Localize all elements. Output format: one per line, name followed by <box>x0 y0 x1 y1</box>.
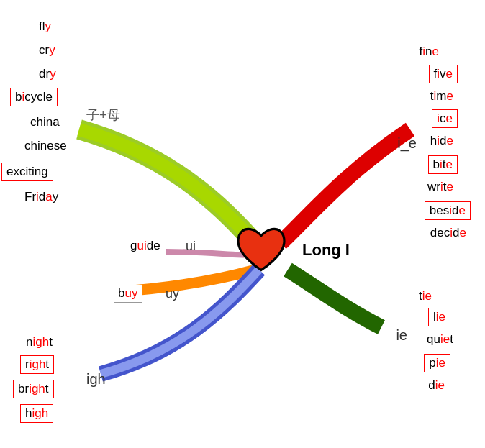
word-five: five <box>429 65 458 83</box>
word-tie: tie <box>414 288 436 305</box>
word-decide: decide <box>426 224 471 242</box>
word-dry: dry <box>35 65 60 83</box>
word-china: china <box>26 114 64 131</box>
word-bite: bite <box>428 155 458 174</box>
igh-label: igh <box>86 371 106 388</box>
ie-label: ie <box>396 327 407 344</box>
word-high: high <box>20 404 53 423</box>
word-fine: fine <box>415 43 443 60</box>
word-bright: bright <box>13 380 54 398</box>
heart-icon <box>232 223 290 277</box>
y-branch-label: 子+母 <box>86 106 120 124</box>
word-buy: buy <box>114 285 142 303</box>
word-beside: beside <box>425 201 471 220</box>
word-guide: guide <box>126 237 165 255</box>
word-exciting: exciting <box>1 163 53 181</box>
uy-label: uy <box>166 286 179 301</box>
ie-branch-label: i_e <box>397 135 417 152</box>
word-die: die <box>424 377 449 394</box>
word-right: right <box>20 355 54 374</box>
word-hide: hide <box>426 132 458 150</box>
word-ice: ice <box>432 109 458 128</box>
word-time: time <box>426 88 458 105</box>
word-night: night <box>22 334 57 351</box>
ui-label: ui <box>186 239 196 254</box>
word-friday: Friday <box>20 188 63 206</box>
word-chinese: chinese <box>20 137 71 155</box>
word-bicycle: bicycle <box>10 88 58 106</box>
word-lie: lie <box>428 308 450 326</box>
word-fly: fly <box>35 18 55 35</box>
word-quiet: quiet <box>422 331 458 348</box>
word-pie: pie <box>424 354 450 372</box>
center-label: Long I <box>302 241 350 260</box>
word-cry: cry <box>35 42 60 59</box>
word-write: write <box>423 178 458 196</box>
